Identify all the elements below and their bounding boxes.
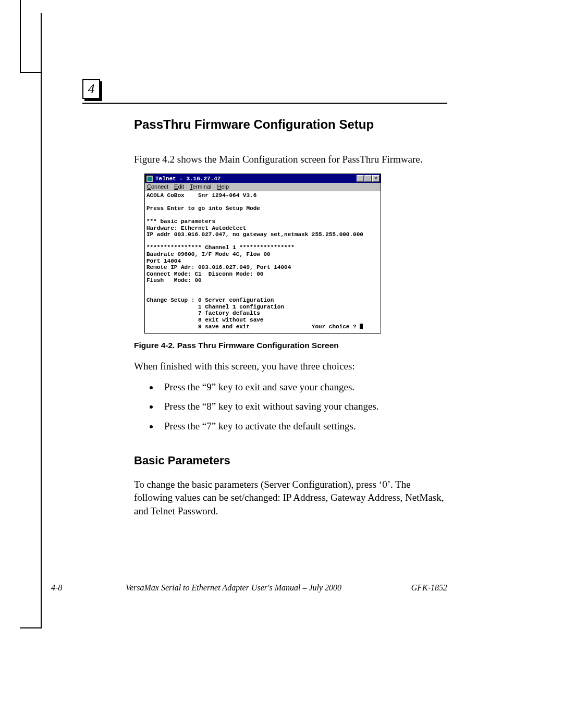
menu-help[interactable]: Help: [217, 183, 229, 190]
menu-bar: CConnectonnect Edit Terminal Help: [145, 183, 381, 191]
doc-number: GFK-1852: [411, 583, 447, 593]
figure-caption: Figure 4-2. Pass Thru Firmware Configura…: [134, 341, 446, 350]
window-titlebar: Telnet - 3.16.27.47 _ □ ×: [145, 174, 381, 183]
list-item: Press the “7” key to activate the defaul…: [159, 419, 446, 433]
footer-title: VersaMax Serial to Ethernet Adapter User…: [88, 583, 380, 593]
crop-mark: [41, 13, 42, 628]
crop-mark: [20, 72, 41, 73]
choices-list: Press the “9” key to exit and save your …: [150, 380, 446, 433]
section-heading: Basic Parameters: [134, 454, 446, 467]
list-item: Press the “9” key to exit and save your …: [159, 380, 446, 394]
cursor: [360, 324, 363, 329]
intro-paragraph: Figure 4.2 shows the Main Configuration …: [134, 153, 446, 166]
minimize-button[interactable]: _: [357, 175, 364, 182]
menu-edit[interactable]: Edit: [174, 183, 184, 190]
crop-mark: [20, 0, 21, 72]
app-icon: [146, 175, 153, 182]
chapter-number-box: 4: [82, 79, 100, 99]
window-title: Telnet - 3.16.27.47: [155, 176, 221, 182]
terminal-output[interactable]: ACOLA CoBox Snr 1294-064 V3.6 Press Ente…: [145, 191, 381, 333]
body-text: To change the basic parameters (Server C…: [134, 478, 446, 518]
close-button[interactable]: ×: [372, 175, 380, 182]
menu-terminal[interactable]: Terminal: [190, 183, 212, 190]
section-heading: PassThru Firmware Configuration Setup: [134, 117, 446, 132]
crop-mark: [20, 627, 42, 628]
horizontal-rule: [82, 103, 447, 104]
telnet-window: Telnet - 3.16.27.47 _ □ × CConnectonnect…: [144, 174, 381, 334]
maximize-button[interactable]: □: [364, 175, 372, 182]
menu-connect[interactable]: CConnectonnect: [147, 183, 168, 190]
list-item: Press the “8” key to exit without saving…: [159, 400, 446, 413]
body-text: When finished with this screen, you have…: [134, 360, 446, 373]
page-number: 4-8: [51, 583, 62, 593]
